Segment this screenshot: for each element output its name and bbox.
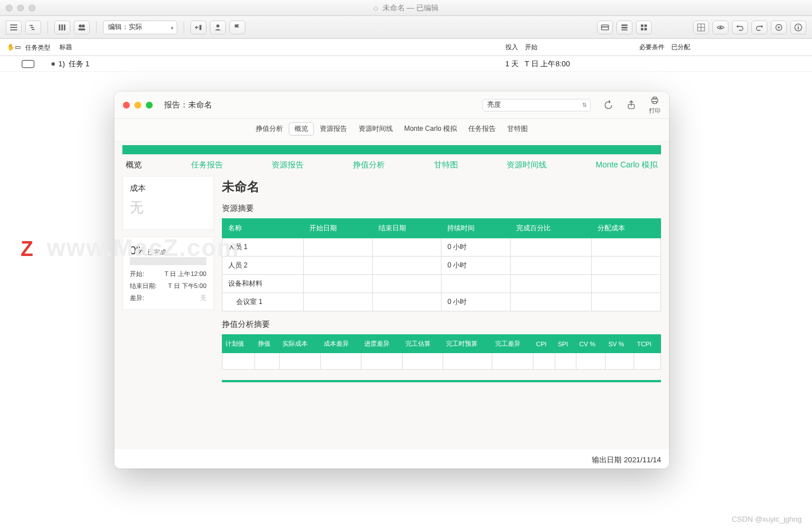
svg-rect-11: [78, 28, 85, 30]
brightness-select[interactable]: 亮度: [482, 99, 591, 111]
evth-TCPI: TCPI: [634, 335, 661, 353]
svg-rect-34: [653, 97, 656, 99]
person-icon[interactable]: [210, 21, 226, 34]
evth-成本差异: 成本差异: [320, 335, 361, 353]
evth-挣值: 挣值: [255, 335, 280, 353]
th-分配成本: 分配成本: [592, 219, 661, 238]
navtab-甘特图[interactable]: 甘特图: [434, 160, 458, 170]
flag-icon[interactable]: [229, 21, 245, 34]
th-完成百分比: 完成百分比: [511, 219, 592, 238]
task-name: 任务 1: [69, 59, 505, 69]
seg-资源时间线[interactable]: 资源时间线: [353, 122, 399, 135]
seg-Monte Carlo 模拟[interactable]: Monte Carlo 模拟: [399, 122, 463, 135]
svg-rect-15: [602, 26, 608, 27]
th-开始日期: 开始日期: [303, 219, 372, 238]
col-effort[interactable]: 投入: [502, 43, 522, 51]
svg-rect-2: [10, 29, 17, 30]
task-row-1[interactable]: 1) 任务 1 1 天 T 日 上午8:00: [0, 56, 812, 72]
navtab-任务报告[interactable]: 任务报告: [191, 160, 223, 170]
report-segment-control[interactable]: 挣值分析概览资源报告资源时间线Monte Carlo 模拟任务报告甘特图: [250, 122, 534, 135]
doc-icon: ◇: [373, 5, 378, 11]
people-icon[interactable]: [74, 21, 90, 34]
stack2-icon[interactable]: [636, 21, 652, 34]
resource-row: 会议室 10 小时: [222, 293, 661, 311]
segment-control-row: 挣值分析概览资源报告资源时间线Monte Carlo 模拟任务报告甘特图: [114, 119, 669, 142]
seg-资源报告[interactable]: 资源报告: [314, 122, 353, 135]
navtab-概览[interactable]: 概览: [126, 160, 142, 170]
outline-icon[interactable]: [25, 21, 41, 34]
svg-point-31: [798, 25, 799, 26]
svg-rect-35: [653, 101, 656, 103]
redo-icon[interactable]: [751, 21, 767, 34]
seg-概览[interactable]: 概览: [289, 122, 314, 135]
indent-out-icon[interactable]: [190, 21, 206, 34]
navtab-资源时间线[interactable]: 资源时间线: [507, 160, 547, 170]
col-prereq[interactable]: 必要条件: [636, 43, 668, 51]
percent-complete: 0%已完成: [130, 244, 206, 257]
report-window-title: 报告：未命名: [164, 100, 212, 110]
navtab-资源报告[interactable]: 资源报告: [272, 160, 304, 170]
svg-rect-8: [64, 24, 66, 30]
svg-rect-4: [31, 27, 34, 28]
grid-icon[interactable]: [693, 21, 709, 34]
svg-rect-1: [10, 27, 17, 28]
undo-icon[interactable]: [732, 21, 748, 34]
edit-mode-select[interactable]: 编辑：实际: [103, 21, 177, 34]
col-assigned[interactable]: 已分配: [668, 43, 696, 51]
share-button[interactable]: [626, 100, 636, 110]
svg-rect-12: [200, 25, 202, 30]
print-button[interactable]: 打印: [649, 95, 660, 115]
svg-point-28: [778, 26, 780, 29]
list-view-icon[interactable]: [6, 21, 22, 34]
navtab-挣值分析[interactable]: 挣值分析: [353, 160, 385, 170]
view-mode-group[interactable]: [6, 21, 22, 34]
svg-rect-16: [622, 24, 628, 26]
svg-rect-17: [622, 27, 628, 29]
minimize-icon[interactable]: [134, 102, 141, 109]
evth-SV %: SV %: [605, 335, 634, 353]
seg-甘特图[interactable]: 甘特图: [501, 122, 534, 135]
seg-挣值分析[interactable]: 挣值分析: [250, 122, 289, 135]
evth-CPI: CPI: [533, 335, 555, 353]
target-icon[interactable]: [771, 21, 787, 34]
evth-完工估算: 完工估算: [402, 335, 443, 353]
eye-icon[interactable]: [713, 21, 729, 34]
info-icon[interactable]: [790, 21, 806, 34]
card-icon[interactable]: [597, 21, 613, 34]
svg-point-26: [719, 26, 722, 29]
report-traffic-lights[interactable]: [123, 102, 153, 109]
report-window: 报告：未命名 亮度 打印 挣值分析概览资源报告资源时间线Monte Carlo …: [114, 91, 669, 469]
resource-row: 人员 10 小时: [222, 238, 661, 257]
svg-rect-22: [644, 27, 647, 30]
col-task-type[interactable]: 任务类型: [22, 44, 56, 51]
task-start: T 日 上午8:00: [525, 59, 570, 69]
window-title-text: 未命名 — 已编辑: [383, 3, 439, 12]
col-start[interactable]: 开始: [522, 43, 636, 51]
window-title: ◇ 未命名 — 已编辑: [0, 3, 812, 13]
end-value: T 日 下午5:00: [168, 282, 206, 290]
report-main-content: 未命名 资源摘要 名称开始日期结束日期持续时间完成百分比分配成本 人员 10 小…: [222, 176, 661, 382]
publish-date: 输出日期 2021/11/14: [114, 449, 669, 469]
ev-summary-title: 挣值分析摘要: [222, 319, 661, 330]
svg-rect-6: [59, 24, 61, 30]
report-nav-tabs: 概览任务报告资源报告挣值分析甘特图资源时间线Monte Carlo 模拟: [122, 160, 661, 176]
refresh-button[interactable]: [603, 100, 614, 110]
svg-rect-30: [798, 27, 799, 29]
cost-title: 成本: [130, 183, 206, 194]
columns-icon[interactable]: [54, 21, 70, 34]
zoom-icon[interactable]: [146, 102, 153, 109]
credit-watermark: CSDN @xuyic_jghng: [732, 515, 802, 523]
print-label: 打印: [649, 107, 660, 115]
stack1-icon[interactable]: [616, 21, 632, 34]
evth-SPI: SPI: [555, 335, 576, 353]
col-title[interactable]: 标题: [56, 43, 502, 51]
th-结束日期: 结束日期: [372, 219, 441, 238]
task-checkbox[interactable]: [22, 60, 34, 68]
cost-card: 成本 无: [122, 176, 214, 230]
status-col-icon: ▭: [11, 43, 22, 51]
seg-任务报告[interactable]: 任务报告: [463, 122, 501, 135]
progress-card: 0%已完成 开始:T 日 上午12:00 结束日期:T 日 下午5:00 差异:…: [122, 237, 214, 310]
close-icon[interactable]: [123, 102, 130, 109]
navtab-Monte Carlo 模拟[interactable]: Monte Carlo 模拟: [596, 160, 658, 170]
evth-进度差异: 进度差异: [361, 335, 403, 353]
